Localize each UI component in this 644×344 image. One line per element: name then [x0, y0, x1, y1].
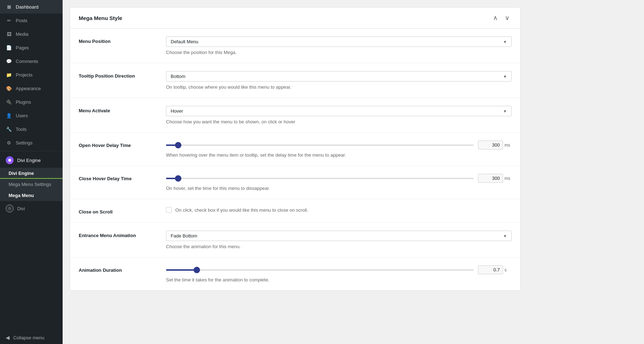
close-on-scroll-checkbox-label: On click, check box if you would like th… — [175, 207, 308, 213]
animation-duration-content: s Set the time it takes for the animatio… — [166, 265, 512, 282]
divi-engine-logo-icon — [6, 156, 14, 164]
close-on-scroll-content: On click, check box if you would like th… — [166, 207, 512, 213]
open-hover-delay-thumb[interactable] — [175, 142, 181, 148]
tooltip-position-label: Tooltip Position Direction — [79, 71, 157, 79]
close-hover-delay-slider-row: ms — [166, 174, 512, 183]
close-hover-delay-thumb[interactable] — [175, 175, 181, 182]
sidebar-item-label: Projects — [16, 72, 33, 78]
chevron-down-icon: ▼ — [503, 109, 507, 113]
close-hover-delay-track[interactable] — [166, 178, 474, 179]
open-hover-delay-track[interactable] — [166, 144, 474, 146]
animation-duration-slider-row: s — [166, 265, 512, 274]
sidebar-item-label: Settings — [16, 140, 33, 146]
menu-position-content: Default Menu ▼ Choose the position for t… — [166, 36, 512, 55]
projects-icon: 📁 — [6, 72, 12, 78]
open-hover-delay-description: When hovering over the menu item or tool… — [166, 152, 512, 158]
sidebar-item-label: Comments — [16, 59, 38, 64]
open-hover-delay-label: Open Hover Delay Time — [79, 141, 157, 148]
menu-position-label: Menu Position — [79, 36, 157, 44]
panel-header: Mega Menu Style ∧ ∨ — [70, 8, 520, 29]
sidebar-item-divi[interactable]: D Divi — [0, 201, 63, 216]
animation-duration-input[interactable] — [478, 265, 503, 274]
sidebar-item-appearance[interactable]: 🎨 Appearance — [0, 82, 63, 95]
open-hover-delay-input[interactable] — [478, 141, 503, 149]
sidebar-item-plugins[interactable]: 🔌 Plugins — [0, 95, 63, 109]
close-on-scroll-label: Close on Scroll — [79, 207, 157, 215]
menu-activate-select[interactable]: Hover ▼ — [166, 106, 512, 116]
open-hover-delay-slider-row: ms — [166, 141, 512, 149]
entrance-animation-select[interactable]: Fade Bottom ▼ — [166, 231, 512, 241]
menu-activate-row: Menu Activate Hover ▼ Choose how you wan… — [70, 98, 520, 133]
tooltip-position-value: Bottom — [171, 74, 185, 79]
sidebar-item-posts[interactable]: ✏ Posts — [0, 14, 63, 27]
sidebar-item-projects[interactable]: 📁 Projects — [0, 68, 63, 82]
open-hover-delay-row: Open Hover Delay Time ms When hovering o… — [70, 133, 520, 166]
panel-collapse-button[interactable]: ∧ — [491, 13, 500, 23]
panel-controls: ∧ ∨ — [491, 13, 512, 23]
close-hover-delay-input-group: ms — [478, 174, 512, 183]
sidebar-item-label: Posts — [16, 18, 28, 23]
animation-duration-label: Animation Duration — [79, 265, 157, 273]
sidebar-item-label: Users — [16, 113, 28, 118]
sidebar-item-users[interactable]: 👤 Users — [0, 109, 63, 122]
collapse-menu-item[interactable]: ◀ Collapse menu — [0, 331, 63, 344]
animation-duration-description: Set the time it takes for the animation … — [166, 277, 512, 282]
tooltip-position-content: Bottom ▼ On tooltip, choose where you wo… — [166, 71, 512, 90]
collapse-icon: ◀ — [6, 335, 10, 340]
close-on-scroll-row: Close on Scroll On click, check box if y… — [70, 199, 520, 223]
tools-icon: 🔧 — [6, 126, 12, 132]
chevron-down-icon: ▼ — [503, 40, 507, 44]
dashboard-icon: ⊞ — [6, 4, 12, 10]
animation-duration-track[interactable] — [166, 269, 474, 271]
panel-expand-button[interactable]: ∨ — [503, 13, 512, 23]
tooltip-position-row: Tooltip Position Direction Bottom ▼ On t… — [70, 63, 520, 98]
tooltip-position-select[interactable]: Bottom ▼ — [166, 71, 512, 82]
panel-title: Mega Menu Style — [79, 15, 122, 21]
menu-activate-description: Choose how you want the menu to be shown… — [166, 119, 512, 124]
close-hover-delay-input[interactable] — [478, 174, 503, 183]
sidebar-item-label: Dashboard — [16, 4, 39, 10]
sub-menu-label: Mega Menu — [9, 193, 34, 198]
sidebar-item-label: Pages — [16, 45, 29, 50]
menu-activate-label: Menu Activate — [79, 106, 157, 113]
sidebar-item-divi-engine-sub[interactable]: Divi Engine — [0, 168, 63, 179]
sidebar-item-pages[interactable]: 📄 Pages — [0, 41, 63, 54]
entrance-animation-row: Entrance Menu Animation Fade Bottom ▼ Ch… — [70, 223, 520, 257]
menu-activate-content: Hover ▼ Choose how you want the menu to … — [166, 106, 512, 124]
sidebar-item-label: Appearance — [16, 86, 41, 91]
entrance-animation-content: Fade Bottom ▼ Choose the animation for t… — [166, 231, 512, 249]
divi-label: Divi — [17, 206, 25, 211]
close-on-scroll-checkbox-row: On click, check box if you would like th… — [166, 207, 512, 213]
sidebar-item-divi-engine[interactable]: Divi Engine — [0, 153, 63, 168]
sidebar-item-media[interactable]: 🖼 Media — [0, 27, 63, 41]
sidebar-item-mega-menu-settings[interactable]: Mega Menu Settings — [0, 179, 63, 190]
animation-duration-unit: s — [504, 267, 512, 272]
menu-position-select[interactable]: Default Menu ▼ — [166, 36, 512, 47]
close-on-scroll-checkbox[interactable] — [166, 207, 172, 213]
sidebar-divider — [0, 151, 63, 151]
sidebar-item-settings[interactable]: ⚙ Settings — [0, 136, 63, 149]
settings-panel: Mega Menu Style ∧ ∨ Menu Position Defaul… — [70, 7, 521, 291]
sidebar-item-tools[interactable]: 🔧 Tools — [0, 122, 63, 136]
close-hover-delay-description: On hover, set the time for this menu to … — [166, 186, 512, 191]
animation-duration-thumb[interactable] — [194, 267, 200, 273]
sub-menu: Divi Engine Mega Menu Settings Mega Menu — [0, 168, 63, 201]
sidebar-item-comments[interactable]: 💬 Comments — [0, 54, 63, 68]
animation-duration-fill — [166, 269, 197, 271]
plugins-icon: 🔌 — [6, 99, 12, 105]
sidebar-item-mega-menu[interactable]: Mega Menu — [0, 190, 63, 201]
open-hover-delay-input-group: ms — [478, 141, 512, 149]
sub-menu-label: Divi Engine — [9, 171, 34, 176]
entrance-animation-description: Choose the animation for this menu. — [166, 244, 512, 249]
open-hover-delay-unit: ms — [504, 143, 512, 148]
sub-menu-label: Mega Menu Settings — [9, 182, 51, 187]
entrance-animation-label: Entrance Menu Animation — [79, 231, 157, 238]
sidebar-item-label: Media — [16, 31, 28, 37]
collapse-label: Collapse menu — [13, 335, 44, 340]
entrance-animation-value: Fade Bottom — [171, 233, 197, 239]
close-hover-delay-label: Close Hover Delay Time — [79, 174, 157, 181]
settings-icon: ⚙ — [6, 139, 12, 146]
appearance-icon: 🎨 — [6, 85, 12, 92]
sidebar-item-dashboard[interactable]: ⊞ Dashboard — [0, 0, 63, 14]
chevron-down-icon: ▼ — [503, 234, 507, 238]
